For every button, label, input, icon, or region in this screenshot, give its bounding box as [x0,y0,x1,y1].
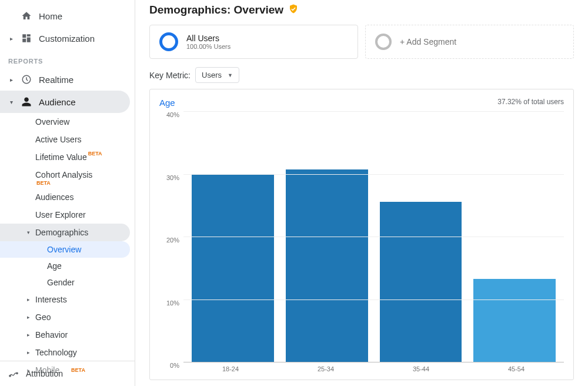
caret-right-icon: ▸ [27,332,30,338]
chart-x-tick: 18-24 [183,362,278,376]
chart-plot [183,111,564,362]
home-icon [21,11,32,21]
chart-bar[interactable] [286,169,368,362]
segment-all-users[interactable]: All Users 100.00% Users [149,25,358,59]
segment-row: All Users 100.00% Users + Add Segment [149,25,574,59]
nav-demographics-overview[interactable]: Overview [0,241,130,258]
nav-technology[interactable]: ▸Technology [0,344,135,361]
sidebar: Home ▸ Customization REPORTS ▸ Realtime … [0,0,135,386]
nav-audience-overview[interactable]: Overview [0,113,135,131]
nav-home-label: Home [39,11,62,21]
chevron-down-icon: ▼ [228,72,233,78]
chart-bar[interactable] [473,279,556,362]
nav-lifetime-value[interactable]: Lifetime ValueBETA [0,148,135,166]
chart-header: Age 37.32% of total users [159,98,564,108]
clock-icon [21,74,32,85]
attribution-icon [8,368,19,379]
chart-gridline [183,362,564,362]
caret-down-icon: ▾ [27,229,30,235]
caret-right-icon: ▸ [27,314,30,320]
chart-gridline [183,237,564,237]
chart-note: 37.32% of total users [497,98,564,106]
person-icon [21,96,32,107]
key-metric-label: Key Metric: [149,71,191,80]
chart-title[interactable]: Age [159,98,175,108]
chart-gridline [183,300,564,300]
key-metric-select[interactable]: Users ▼ [195,67,239,83]
chart-card: Age 37.32% of total users 40%30%20%10%0%… [149,89,574,380]
segment-subtitle: 100.00% Users [186,43,230,50]
nav-realtime[interactable]: ▸ Realtime [0,68,135,91]
nav-geo[interactable]: ▸Geo [0,308,135,326]
chart-bar[interactable] [380,202,462,362]
beta-badge: BETA [71,367,85,373]
page-title-row: Demographics: Overview [149,4,574,16]
caret-icon: ▸ [8,35,14,42]
beta-badge: BETA [36,180,51,186]
nav-user-explorer[interactable]: User Explorer [0,206,135,224]
chart-x-tick: 45-54 [469,362,564,376]
beta-badge: BETA [88,151,102,157]
nav-cohort-analysis[interactable]: Cohort AnalysisBETA [0,166,135,184]
chart-area: 40%30%20%10%0% [159,111,564,362]
segment-circle-icon [375,34,392,50]
chart-gridline [183,174,564,175]
add-segment[interactable]: + Add Segment [365,25,574,59]
chart-bar[interactable] [192,174,274,362]
nav-audience-label: Audience [39,97,76,107]
segment-title: All Users [186,34,230,43]
nav-interests[interactable]: ▸Interests [0,291,135,308]
nav-behavior[interactable]: ▸Behavior [0,326,135,344]
chart-gridline [183,111,564,112]
caret-icon: ▸ [8,76,14,83]
chart-x-tick: 35-44 [373,362,469,376]
caret-right-icon: ▸ [27,350,30,355]
page-title: Demographics: Overview [149,4,283,16]
nav-home[interactable]: Home [0,5,135,27]
segment-circle-icon [159,32,178,51]
chart-y-axis: 40%30%20%10%0% [159,111,183,362]
nav-audiences[interactable]: Audiences [0,188,135,206]
nav-active-users[interactable]: Active Users [0,131,135,148]
verified-shield-icon [288,4,299,16]
key-metric-value: Users [202,71,222,79]
nav-demographics[interactable]: ▾Demographics [0,224,130,241]
nav-demographics-gender[interactable]: Gender [0,274,135,291]
nav-customization-label: Customization [39,34,95,44]
caret-down-icon: ▾ [8,99,14,105]
svg-point-2 [16,372,18,374]
main-content: Demographics: Overview All Users 100.00%… [135,0,588,386]
nav-demographics-age[interactable]: Age [0,258,135,274]
caret-right-icon: ▸ [27,297,30,302]
nav-realtime-label: Realtime [39,75,74,85]
svg-point-1 [9,375,11,377]
chart-x-axis: 18-2425-3435-4445-54 [183,362,564,376]
nav-customization[interactable]: ▸ Customization [0,27,135,49]
nav-attribution-label: Attribution [26,369,63,378]
nav-attribution[interactable]: Attribution BETA [0,361,135,386]
key-metric-row: Key Metric: Users ▼ [149,67,574,83]
nav-audience[interactable]: ▾ Audience [0,91,130,113]
reports-header: REPORTS [0,49,135,68]
customization-icon [21,33,32,44]
add-segment-label: + Add Segment [400,37,456,46]
chart-x-tick: 25-34 [278,362,373,376]
